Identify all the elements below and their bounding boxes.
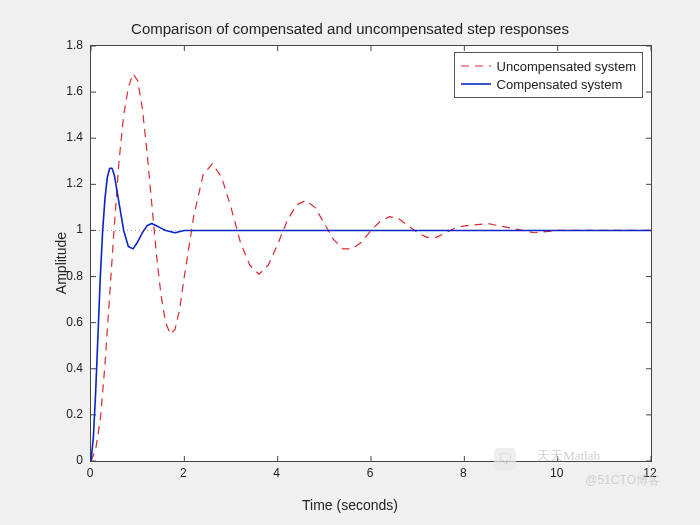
legend-entry: Compensated system — [461, 75, 636, 93]
legend-label: Uncompensated system — [497, 59, 636, 74]
legend-swatch — [461, 59, 491, 73]
x-tick-label: 2 — [180, 466, 187, 480]
legend-swatch — [461, 77, 491, 91]
watermark-site: @51CTO博客 — [585, 472, 660, 489]
x-tick-label: 8 — [460, 466, 467, 480]
axes-area: Uncompensated systemCompensated system — [90, 45, 652, 462]
y-tick-label: 0 — [55, 453, 83, 467]
y-tick-label: 0.8 — [55, 269, 83, 283]
x-axis-label: Time (seconds) — [0, 497, 700, 513]
y-tick-label: 1.2 — [55, 176, 83, 190]
y-tick-label: 1.8 — [55, 38, 83, 52]
wechat-icon: 🗨 — [494, 448, 516, 470]
y-tick-label: 1 — [55, 222, 83, 236]
plot-svg — [91, 46, 651, 461]
x-tick-label: 10 — [550, 466, 563, 480]
legend-label: Compensated system — [497, 77, 623, 92]
y-tick-label: 1.4 — [55, 130, 83, 144]
series-1 — [91, 168, 651, 461]
y-tick-label: 1.6 — [55, 84, 83, 98]
series-0 — [91, 74, 651, 461]
y-axis-label: Amplitude — [30, 0, 92, 525]
y-tick-label: 0.4 — [55, 361, 83, 375]
legend-entry: Uncompensated system — [461, 57, 636, 75]
y-tick-label: 0.6 — [55, 315, 83, 329]
figure: Comparison of compensated and uncompensa… — [0, 0, 700, 525]
x-tick-label: 6 — [367, 466, 374, 480]
legend-box: Uncompensated systemCompensated system — [454, 52, 643, 98]
x-tick-label: 4 — [273, 466, 280, 480]
y-tick-label: 0.2 — [55, 407, 83, 421]
watermark-brand: 天天Matlab — [537, 447, 600, 465]
plot-title: Comparison of compensated and uncompensa… — [0, 20, 700, 37]
x-tick-label: 0 — [87, 466, 94, 480]
